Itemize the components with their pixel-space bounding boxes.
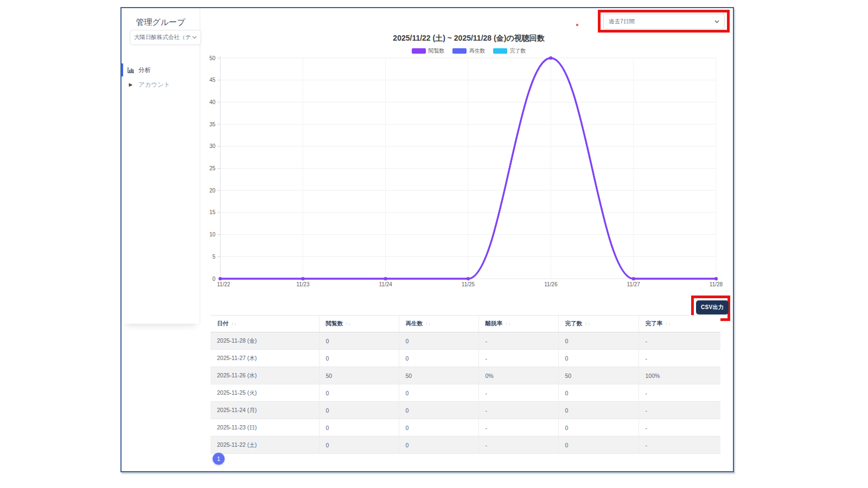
sort-arrows-icon[interactable]: ↑↓ bbox=[505, 321, 511, 326]
y-axis-label: 0 bbox=[212, 276, 215, 282]
date-cell: 2025-11-26 (水) bbox=[210, 367, 319, 384]
date-cell: 2025-11-23 (日) bbox=[210, 419, 319, 436]
value-cell: 0 bbox=[399, 436, 478, 454]
sort-arrows-icon[interactable]: ↑↓ bbox=[346, 321, 352, 326]
column-header[interactable]: 再生数↑↓ bbox=[399, 316, 478, 332]
x-axis-label: 11/22 bbox=[217, 281, 231, 287]
column-header[interactable]: 離脱率↑↓ bbox=[478, 316, 558, 332]
date-cell: 2025-11-22 (土) bbox=[210, 436, 319, 454]
sidebar: 管理グループ 大陽日酸株式会社（テス 分析 ▶ アカウント bbox=[122, 8, 200, 324]
y-axis-label: 20 bbox=[209, 188, 216, 194]
value-cell: 0 bbox=[558, 419, 639, 436]
chevron-down-icon bbox=[192, 35, 197, 40]
table-row: 2025-11-27 (木)00-0- bbox=[210, 350, 720, 367]
data-point bbox=[632, 277, 635, 280]
table-row: 2025-11-26 (水)50500%50100% bbox=[210, 367, 720, 384]
value-cell: 0 bbox=[399, 419, 478, 436]
active-indicator-bar bbox=[122, 63, 123, 76]
y-axis-label: 35 bbox=[209, 121, 216, 127]
value-cell: 0 bbox=[319, 419, 399, 436]
column-header[interactable]: 日付↑↓ bbox=[210, 316, 319, 332]
data-point bbox=[549, 56, 552, 60]
organization-select[interactable]: 大陽日酸株式会社（テス bbox=[130, 30, 201, 45]
x-axis-label: 11/25 bbox=[462, 281, 475, 287]
stray-dot-marker bbox=[576, 24, 578, 26]
value-cell: 0 bbox=[319, 332, 399, 350]
value-cell: - bbox=[639, 350, 720, 367]
table-row: 2025-11-28 (金)00-0- bbox=[210, 332, 720, 350]
column-header-label: 閲覧数 bbox=[326, 320, 343, 326]
value-cell: 0 bbox=[319, 384, 399, 402]
value-cell: - bbox=[639, 384, 720, 402]
line-chart-svg: 0510152025303540455011/2211/2311/2411/25… bbox=[208, 51, 729, 292]
table-body: 2025-11-28 (金)00-0-2025-11-27 (木)00-0-20… bbox=[210, 332, 720, 454]
value-cell: 0 bbox=[558, 384, 639, 402]
column-header[interactable]: 完了率↑↓ bbox=[639, 316, 720, 332]
data-point bbox=[301, 277, 304, 280]
x-axis-label: 11/28 bbox=[710, 281, 723, 287]
data-point bbox=[467, 277, 470, 280]
bar-chart-icon bbox=[127, 67, 135, 73]
value-cell: - bbox=[478, 402, 558, 419]
app-window: 管理グループ 大陽日酸株式会社（テス 分析 ▶ アカウント bbox=[120, 7, 734, 472]
column-header[interactable]: 閲覧数↑↓ bbox=[319, 316, 399, 332]
csv-export-button[interactable]: CSV出力 bbox=[696, 300, 729, 314]
value-cell: 0 bbox=[558, 350, 639, 367]
sort-arrows-icon[interactable]: ↑↓ bbox=[231, 321, 237, 326]
table-header-row: 日付↑↓閲覧数↑↓再生数↑↓離脱率↑↓完了数↑↓完了率↑↓ bbox=[210, 316, 720, 332]
sidebar-item-account[interactable]: ▶ アカウント bbox=[122, 77, 200, 92]
y-axis-label: 10 bbox=[209, 232, 216, 237]
y-axis-label: 40 bbox=[209, 99, 216, 105]
sidebar-item-label: アカウント bbox=[138, 81, 170, 89]
value-cell: 50 bbox=[399, 367, 478, 384]
x-axis-label: 11/24 bbox=[379, 281, 393, 287]
column-header-label: 再生数 bbox=[406, 320, 423, 326]
column-header-label: 離脱率 bbox=[486, 320, 503, 326]
table-row: 2025-11-22 (土)00-0- bbox=[210, 436, 720, 454]
chevron-down-icon bbox=[714, 19, 719, 24]
y-axis-label: 15 bbox=[209, 209, 216, 215]
period-select[interactable]: 過去7日間 bbox=[603, 14, 725, 29]
y-axis-label: 45 bbox=[209, 77, 216, 83]
period-select-value: 過去7日間 bbox=[609, 18, 714, 25]
data-point bbox=[714, 277, 718, 280]
data-point bbox=[384, 277, 387, 280]
sort-arrows-icon[interactable]: ↑↓ bbox=[665, 321, 671, 326]
value-cell: - bbox=[478, 350, 558, 367]
value-cell: 100% bbox=[639, 367, 720, 384]
date-cell: 2025-11-27 (木) bbox=[210, 350, 319, 367]
column-header[interactable]: 完了数↑↓ bbox=[558, 316, 639, 332]
x-axis-label: 11/23 bbox=[296, 281, 310, 287]
data-point bbox=[219, 277, 222, 280]
value-cell: 0 bbox=[399, 384, 478, 402]
value-cell: 0 bbox=[399, 350, 478, 367]
stats-table: 日付↑↓閲覧数↑↓再生数↑↓離脱率↑↓完了数↑↓完了率↑↓ 2025-11-28… bbox=[210, 315, 720, 454]
sidebar-item-label: 分析 bbox=[138, 66, 151, 74]
value-cell: - bbox=[639, 332, 720, 350]
value-cell: 0 bbox=[558, 332, 639, 350]
y-axis-label: 5 bbox=[212, 254, 215, 260]
table-row: 2025-11-23 (日)00-0- bbox=[210, 419, 720, 436]
value-cell: 0 bbox=[399, 332, 478, 350]
value-cell: 0 bbox=[319, 350, 399, 367]
table-row: 2025-11-25 (火)00-0- bbox=[210, 384, 720, 402]
sidebar-title: 管理グループ bbox=[122, 17, 200, 28]
value-cell: - bbox=[478, 419, 558, 436]
value-cell: 0 bbox=[558, 402, 639, 419]
chart-title: 2025/11/22 (土) ~ 2025/11/28 (金)の視聴回数 bbox=[208, 34, 729, 43]
value-cell: - bbox=[478, 436, 558, 454]
sort-arrows-icon[interactable]: ↑↓ bbox=[425, 321, 431, 326]
value-cell: - bbox=[639, 402, 720, 419]
pagination-page-1-button[interactable]: 1 bbox=[213, 453, 225, 465]
date-cell: 2025-11-24 (月) bbox=[210, 402, 319, 419]
sidebar-item-analysis[interactable]: 分析 bbox=[122, 62, 200, 78]
value-cell: 50 bbox=[319, 367, 399, 384]
x-axis-label: 11/26 bbox=[544, 281, 558, 287]
sort-arrows-icon[interactable]: ↑↓ bbox=[585, 321, 591, 326]
table-row: 2025-11-24 (月)00-0- bbox=[210, 402, 720, 419]
organization-select-value: 大陽日酸株式会社（テス bbox=[134, 34, 192, 41]
column-header-label: 完了数 bbox=[565, 320, 583, 326]
table-header: 日付↑↓閲覧数↑↓再生数↑↓離脱率↑↓完了数↑↓完了率↑↓ bbox=[210, 316, 720, 332]
y-axis-label: 50 bbox=[209, 55, 216, 61]
column-header-label: 完了率 bbox=[646, 320, 663, 326]
